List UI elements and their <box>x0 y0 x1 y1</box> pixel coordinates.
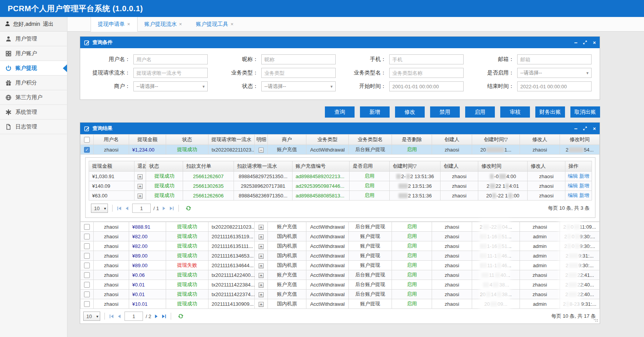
results-page-size-select[interactable]: 10▾ <box>83 312 100 321</box>
row-checkbox[interactable] <box>84 282 90 288</box>
row-checkbox[interactable] <box>84 272 90 278</box>
expand-toggle-icon[interactable]: + <box>259 225 264 230</box>
tab-close-icon[interactable]: × <box>230 21 234 27</box>
sidebar-item-logs[interactable]: 日志管理 <box>0 120 67 134</box>
row-checkbox[interactable] <box>84 234 90 239</box>
table-row[interactable]: zhaosi¥82.00提现成功20211116135119...+国内机票Ac… <box>81 232 600 241</box>
add-button[interactable]: 新增 <box>360 106 390 118</box>
sidebar-item-third-party[interactable]: 第三方用户 <box>0 90 67 105</box>
table-row[interactable]: zhaosi¥0.01提现成功tx2021111422374...+账户充值Ac… <box>81 290 600 299</box>
expand-toggle-icon[interactable]: + <box>259 234 264 239</box>
enable-button[interactable]: 启用 <box>465 106 495 118</box>
row-checkbox[interactable] <box>84 224 90 230</box>
results-first-page-button[interactable] <box>109 314 114 319</box>
expand-toggle-icon[interactable]: + <box>259 273 264 278</box>
end-time-input[interactable] <box>517 81 592 91</box>
detail-refresh-icon[interactable] <box>185 205 192 211</box>
expand-toggle-icon[interactable]: + <box>259 283 264 288</box>
expand-toggle-icon[interactable]: + <box>259 302 264 307</box>
edit-link[interactable]: 编辑 <box>568 173 578 179</box>
sidebar-item-system[interactable]: 系统管理 <box>0 105 67 120</box>
close-icon[interactable]: × <box>593 40 596 45</box>
disable-button[interactable]: 禁用 <box>430 106 460 118</box>
enabled-select[interactable]: --请选择--▾ <box>517 68 592 78</box>
expand-icon[interactable] <box>583 126 587 131</box>
row-checkbox[interactable] <box>84 263 90 268</box>
table-row[interactable]: zhaosi¥10.01提现成功20211114130909...+国内机票Ac… <box>81 299 600 309</box>
nickname-input[interactable] <box>261 54 336 64</box>
table-row[interactable]: zhaosi¥82.00提现成功20211116135111...+国内机票Ac… <box>81 241 600 251</box>
detail-row[interactable]: ¥63.00+提现成功256612626068988458236971350..… <box>89 191 592 201</box>
edit-link[interactable]: 编辑 <box>568 192 578 198</box>
results-next-page-button[interactable] <box>154 314 159 319</box>
edit-link[interactable]: 编辑 <box>568 183 578 189</box>
table-row[interactable]: zhaosi¥888.91提现成功tx2022082211023...+账户充值… <box>81 222 600 232</box>
results-prev-page-button[interactable] <box>117 314 122 319</box>
audit-button[interactable]: 审核 <box>500 106 530 118</box>
cell-creator: zhaosi <box>432 290 472 299</box>
sidebar-item-withdraw[interactable]: 账户提现 <box>0 61 67 76</box>
detail-first-page-button[interactable] <box>117 206 122 211</box>
minimize-icon[interactable]: − <box>574 126 578 131</box>
select-all-checkbox[interactable] <box>84 137 90 143</box>
table-row[interactable]: zhaosi¥0.01提现成功tx2021111422384...+账户充值Ac… <box>81 280 600 290</box>
add-link[interactable]: 新增 <box>579 183 589 189</box>
minimize-icon[interactable]: − <box>574 40 578 45</box>
expand-toggle-icon[interactable]: − <box>259 148 264 153</box>
table-row[interactable]: zhaosi¥0.06提现成功tx2021111422400...+账户充值Ac… <box>81 270 600 280</box>
row-checkbox[interactable] <box>84 253 90 259</box>
table-row[interactable]: zhaosi¥89.00提现失败20211116134644...+国内机票Ac… <box>81 261 600 270</box>
tab-close-icon[interactable]: × <box>179 21 182 27</box>
username-input[interactable] <box>133 54 208 64</box>
expand-toggle-icon[interactable]: + <box>138 174 143 179</box>
detail-row[interactable]: ¥1,030.91+提现成功25661262607898845829725135… <box>89 172 592 181</box>
email-input[interactable] <box>517 54 592 64</box>
detail-page-size-select[interactable]: 10▾ <box>91 204 108 213</box>
row-checkbox[interactable] <box>84 243 90 249</box>
detail-next-page-button[interactable] <box>161 206 166 211</box>
query-button[interactable]: 查询 <box>325 106 355 118</box>
sidebar-item-user-mgmt[interactable]: 用户管理 <box>0 32 67 46</box>
expand-toggle-icon[interactable]: + <box>259 244 264 249</box>
table-row[interactable]: zhaosi¥89.00提现成功20211116134653...+国内机票Ac… <box>81 251 600 261</box>
results-page-input[interactable] <box>124 312 143 321</box>
sidebar-item-user-account[interactable]: 用户账户 <box>0 46 67 61</box>
tab-2[interactable]: 账户提现工具× <box>189 17 240 31</box>
expand-icon[interactable] <box>583 40 587 45</box>
row-checkbox[interactable] <box>84 301 90 307</box>
add-link[interactable]: 新增 <box>579 173 589 179</box>
mobile-input[interactable] <box>389 54 464 64</box>
biz-type-input[interactable] <box>261 68 336 78</box>
row-checkbox[interactable] <box>84 292 90 297</box>
tab-0[interactable]: 提现申请单× <box>91 17 138 32</box>
merchant-select[interactable]: --请选择--▾ <box>133 81 208 91</box>
cancel-out-button[interactable]: 取消出账 <box>570 106 600 118</box>
detail-page-input[interactable] <box>132 204 151 213</box>
expand-toggle-icon[interactable]: + <box>259 292 264 297</box>
field-label: 开始时间： <box>338 83 389 90</box>
tab-1[interactable]: 账户提现流水× <box>138 17 189 31</box>
expand-toggle-icon[interactable]: + <box>138 184 143 189</box>
withdraw-flow-input[interactable] <box>133 68 208 78</box>
detail-row[interactable]: ¥140.09+提现成功256613026352925389620717381a… <box>89 181 592 191</box>
status-select[interactable]: --请选择--▾ <box>261 81 336 91</box>
start-time-input[interactable] <box>389 81 464 91</box>
resize-grip[interactable] <box>594 319 598 322</box>
finance-out-button[interactable]: 财务出账 <box>535 106 565 118</box>
edit-button[interactable]: 修改 <box>395 106 425 118</box>
expand-toggle-icon[interactable]: + <box>259 263 264 268</box>
results-refresh-icon[interactable] <box>178 313 184 319</box>
expand-toggle-icon[interactable]: + <box>138 194 143 199</box>
expand-toggle-icon[interactable]: + <box>259 254 264 259</box>
close-icon[interactable]: × <box>593 126 596 131</box>
logout-link[interactable]: 退出 <box>43 21 54 28</box>
sidebar-item-points[interactable]: 用户积分 <box>0 76 67 90</box>
results-last-page-button[interactable] <box>161 314 166 319</box>
biz-type-name-input[interactable] <box>389 68 464 78</box>
add-link[interactable]: 新增 <box>579 192 589 198</box>
detail-last-page-button[interactable] <box>169 206 174 211</box>
tab-close-icon[interactable]: × <box>127 21 130 27</box>
detail-prev-page-button[interactable] <box>124 206 129 211</box>
row-checkbox[interactable]: ✓ <box>84 147 90 153</box>
table-row[interactable]: ✓zhaosi¥1,234.00提现成功tx2022082211023...−账… <box>81 145 600 155</box>
